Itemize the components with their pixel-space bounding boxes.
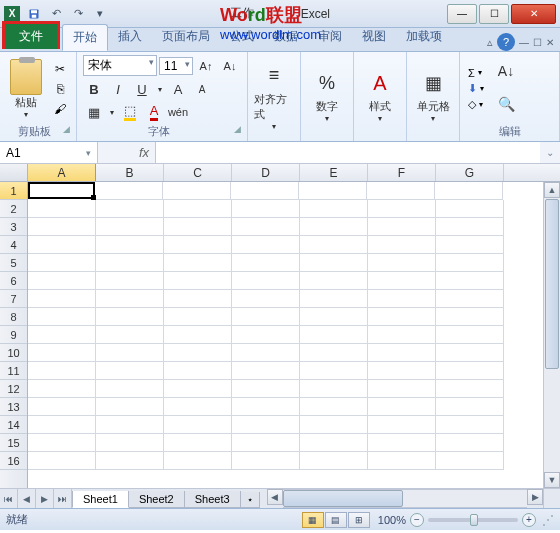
cell[interactable] — [28, 254, 96, 272]
cell[interactable] — [436, 362, 504, 380]
font-name-combo[interactable]: 宋体 — [83, 55, 157, 76]
cell[interactable] — [300, 344, 368, 362]
paste-button[interactable]: 粘贴 ▾ — [6, 59, 46, 119]
cell[interactable] — [96, 218, 164, 236]
column-header[interactable]: D — [232, 164, 300, 181]
cell[interactable] — [368, 290, 436, 308]
cell[interactable] — [28, 434, 96, 452]
cell[interactable] — [300, 272, 368, 290]
horizontal-scrollbar[interactable]: ◀ ▶ — [267, 489, 543, 508]
cell[interactable] — [164, 236, 232, 254]
cell[interactable] — [28, 200, 96, 218]
column-header[interactable]: A — [28, 164, 96, 181]
cell[interactable] — [28, 272, 96, 290]
cell[interactable] — [96, 434, 164, 452]
increase-font-large-icon[interactable]: A — [167, 79, 189, 99]
row-header[interactable]: 1 — [0, 182, 27, 200]
cell[interactable] — [436, 344, 504, 362]
cell[interactable] — [164, 200, 232, 218]
hscroll-thumb[interactable] — [283, 490, 403, 507]
cell[interactable] — [28, 344, 96, 362]
row-header[interactable]: 10 — [0, 344, 27, 362]
cell[interactable] — [28, 362, 96, 380]
cell[interactable] — [300, 362, 368, 380]
cell[interactable] — [435, 182, 503, 200]
sheet-nav-button[interactable]: ▶ — [36, 489, 54, 508]
cell[interactable] — [28, 398, 96, 416]
row-header[interactable]: 6 — [0, 272, 27, 290]
cell[interactable] — [368, 434, 436, 452]
cell[interactable] — [164, 452, 232, 470]
row-header[interactable]: 9 — [0, 326, 27, 344]
cell[interactable] — [232, 272, 300, 290]
ribbon-tab-7[interactable]: 加载项 — [396, 24, 452, 51]
doc-minimize-icon[interactable]: — — [519, 37, 529, 48]
format-painter-icon[interactable]: 🖌 — [50, 100, 70, 118]
number-format-button[interactable]: % 数字 ▾ — [307, 69, 347, 123]
cell[interactable] — [436, 326, 504, 344]
column-header[interactable]: G — [436, 164, 504, 181]
fill-color-icon[interactable]: ⬚ — [119, 102, 141, 122]
ribbon-tab-2[interactable]: 页面布局 — [152, 24, 220, 51]
help-icon[interactable]: ? — [497, 33, 515, 51]
close-button[interactable]: ✕ — [511, 4, 556, 24]
column-header[interactable]: E — [300, 164, 368, 181]
italic-button[interactable]: I — [107, 79, 129, 99]
ribbon-tab-1[interactable]: 插入 — [108, 24, 152, 51]
cell[interactable] — [368, 362, 436, 380]
cell[interactable] — [96, 308, 164, 326]
cell[interactable] — [232, 344, 300, 362]
cell[interactable] — [436, 290, 504, 308]
fill-button[interactable]: ⬇▾ — [468, 82, 484, 95]
cells-button[interactable]: ▦ 单元格 ▾ — [413, 69, 453, 123]
decrease-font-icon[interactable]: A↓ — [219, 56, 241, 76]
cell[interactable] — [232, 362, 300, 380]
new-sheet-button[interactable]: ⋆ — [240, 492, 260, 508]
row-header[interactable]: 8 — [0, 308, 27, 326]
cell[interactable] — [96, 452, 164, 470]
autosum-button[interactable]: Σ▾ — [468, 67, 484, 79]
cell[interactable] — [436, 254, 504, 272]
cell[interactable] — [164, 398, 232, 416]
cell[interactable] — [164, 218, 232, 236]
copy-icon[interactable]: ⎘ — [50, 80, 70, 98]
cell[interactable] — [436, 236, 504, 254]
find-select-button[interactable]: 🔍 — [492, 90, 520, 120]
name-box[interactable]: A1 — [0, 142, 98, 163]
cell[interactable] — [232, 308, 300, 326]
zoom-out-button[interactable]: − — [410, 513, 424, 527]
cell[interactable] — [300, 254, 368, 272]
cell[interactable] — [368, 416, 436, 434]
resize-grip-icon[interactable]: ⋰ — [542, 513, 554, 527]
scroll-up-icon[interactable]: ▲ — [544, 182, 560, 198]
cell[interactable] — [96, 290, 164, 308]
ribbon-tab-5[interactable]: 审阅 — [308, 24, 352, 51]
border-dropdown-icon[interactable]: ▾ — [107, 102, 117, 122]
cell[interactable] — [164, 416, 232, 434]
cell[interactable] — [436, 434, 504, 452]
cell[interactable] — [300, 398, 368, 416]
cell[interactable] — [232, 398, 300, 416]
cell[interactable] — [300, 380, 368, 398]
cell[interactable] — [436, 308, 504, 326]
cell[interactable] — [436, 380, 504, 398]
cell[interactable] — [368, 452, 436, 470]
cell[interactable] — [164, 362, 232, 380]
cell[interactable] — [368, 236, 436, 254]
cell[interactable] — [232, 290, 300, 308]
row-header[interactable]: 7 — [0, 290, 27, 308]
cell[interactable] — [96, 254, 164, 272]
cell[interactable] — [164, 290, 232, 308]
formula-input[interactable] — [156, 142, 540, 163]
cell[interactable] — [232, 236, 300, 254]
row-header[interactable]: 12 — [0, 380, 27, 398]
cell[interactable] — [368, 218, 436, 236]
sheet-nav-button[interactable]: ⏮ — [0, 489, 18, 508]
zoom-thumb[interactable] — [470, 514, 478, 526]
sheet-tab[interactable]: Sheet1 — [72, 491, 129, 508]
redo-icon[interactable]: ↷ — [68, 4, 88, 24]
scroll-down-icon[interactable]: ▼ — [544, 472, 560, 488]
qat-customize-icon[interactable]: ▾ — [90, 4, 110, 24]
cell[interactable] — [28, 308, 96, 326]
cell[interactable] — [300, 236, 368, 254]
